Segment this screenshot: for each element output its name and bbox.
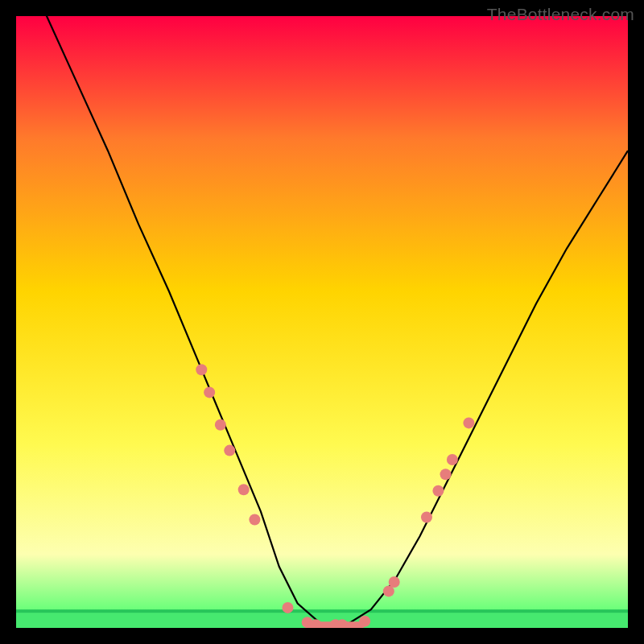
svg-point-22 [463,417,474,428]
svg-point-19 [432,485,444,497]
svg-rect-3 [16,609,628,613]
svg-rect-23 [308,621,365,628]
svg-point-20 [440,469,452,480]
svg-point-5 [204,386,215,398]
svg-rect-27 [628,0,644,644]
svg-point-18 [421,511,432,522]
svg-point-9 [249,514,260,525]
svg-point-8 [238,484,250,495]
chart-svg [0,0,644,644]
svg-rect-25 [0,628,644,644]
svg-point-10 [282,602,293,613]
svg-point-17 [389,576,400,588]
svg-point-21 [447,454,458,465]
svg-point-4 [196,364,207,375]
svg-point-6 [215,419,226,431]
chart-container: TheBottleneck.com [0,0,644,644]
svg-rect-1 [16,16,628,628]
svg-rect-26 [0,0,16,644]
svg-point-7 [224,445,235,456]
watermark-text: TheBottleneck.com [487,5,634,24]
